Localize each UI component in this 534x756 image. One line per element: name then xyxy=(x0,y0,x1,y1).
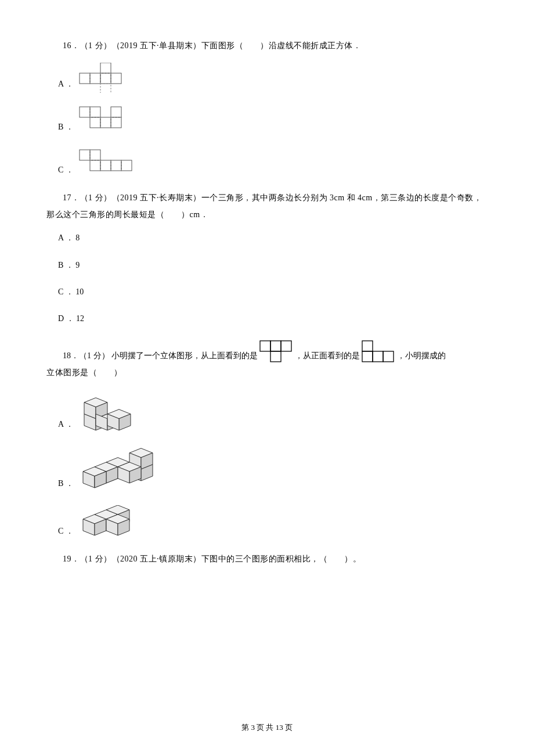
q19-text: 19．（1 分）（2020 五上·镇原期末）下图中的三个图形的面积相比，（ ）。 xyxy=(46,553,488,566)
q16-label-b: B ． xyxy=(58,121,74,136)
svg-rect-34 xyxy=(270,341,281,351)
svg-rect-33 xyxy=(260,341,270,351)
cube-net-c-icon xyxy=(78,149,154,179)
q17-option-c: C ． 10 xyxy=(58,286,488,298)
q18-seg1: 18．（1 分） 小明摆了一个立体图形，从上面看到的是 xyxy=(63,350,258,362)
svg-rect-38 xyxy=(362,351,373,362)
page-footer: 第 3 页 共 13 页 xyxy=(0,722,534,734)
svg-rect-11 xyxy=(80,107,90,117)
q18-seg2: ，从正面看到的是 xyxy=(295,350,360,362)
svg-rect-27 xyxy=(121,160,132,171)
svg-rect-12 xyxy=(90,107,100,117)
svg-rect-2 xyxy=(100,73,111,84)
question-16: 16．（1 分）（2019 五下·单县期末）下面图形（ ）沿虚线不能折成正方体．… xyxy=(46,39,488,179)
svg-rect-22 xyxy=(80,150,90,160)
q18-option-a: A ． xyxy=(58,390,488,433)
svg-rect-13 xyxy=(90,117,100,128)
svg-rect-37 xyxy=(362,341,373,351)
q16-text: 16．（1 分）（2019 五下·单县期末）下面图形（ ）沿虚线不能折成正方体． xyxy=(46,39,488,52)
svg-rect-1 xyxy=(90,73,100,84)
svg-rect-36 xyxy=(270,351,281,362)
q16-option-a: A ． xyxy=(58,63,488,93)
q17-option-a: A ． 8 xyxy=(58,232,488,244)
svg-rect-4 xyxy=(100,63,111,73)
q18-line2: 立体图形是（ ） xyxy=(46,366,488,379)
q16-label-c: C ． xyxy=(58,164,74,179)
q16-option-b: B ． xyxy=(58,106,488,136)
svg-rect-40 xyxy=(383,351,394,362)
front-view-icon xyxy=(361,340,396,363)
q18-label-c: C ． xyxy=(58,525,74,540)
top-view-icon xyxy=(259,340,294,363)
svg-rect-24 xyxy=(90,160,100,171)
cube-arrangement-b-icon xyxy=(78,446,165,492)
svg-rect-39 xyxy=(373,351,383,362)
q17-option-b: B ． 9 xyxy=(58,259,488,272)
question-17: 17．（1 分）（2019 五下·长寿期末）一个三角形，其中两条边长分别为 3c… xyxy=(46,192,488,325)
q16-option-c: C ． xyxy=(58,149,488,179)
q17-line1: 17．（1 分）（2019 五下·长寿期末）一个三角形，其中两条边长分别为 3c… xyxy=(46,192,488,204)
svg-rect-16 xyxy=(111,107,121,117)
q18-label-b: B ． xyxy=(58,477,74,492)
svg-rect-5 xyxy=(100,84,111,93)
q18-label-a: A ． xyxy=(58,418,74,433)
q16-label-a: A ． xyxy=(58,78,74,93)
q18-seg3: ，小明摆成的 xyxy=(397,350,446,362)
cube-arrangement-c-icon xyxy=(78,505,165,540)
svg-rect-15 xyxy=(111,117,121,128)
svg-rect-3 xyxy=(111,73,121,84)
svg-rect-23 xyxy=(90,150,100,160)
q17-option-d: D ． 12 xyxy=(58,312,488,325)
cube-net-a-icon xyxy=(78,63,142,93)
cube-net-b-icon xyxy=(78,106,142,136)
svg-rect-35 xyxy=(281,341,291,351)
q17-line2: 那么这个三角形的周长最短是（ ）cm． xyxy=(46,208,488,221)
svg-rect-0 xyxy=(80,73,90,84)
question-19: 19．（1 分）（2020 五上·镇原期末）下图中的三个图形的面积相比，（ ）。 xyxy=(46,553,488,566)
cube-arrangement-a-icon xyxy=(78,390,148,433)
svg-rect-25 xyxy=(100,160,111,171)
q18-option-b: B ． xyxy=(58,446,488,492)
svg-rect-14 xyxy=(100,117,111,128)
q18-option-c: C ． xyxy=(58,505,488,540)
svg-rect-26 xyxy=(111,160,121,171)
question-18: 18．（1 分） 小明摆了一个立体图形，从上面看到的是 ，从正面看到的是 xyxy=(46,340,488,540)
